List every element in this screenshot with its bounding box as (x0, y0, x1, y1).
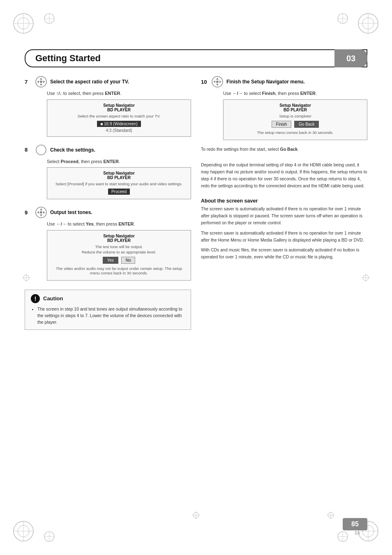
step-10-setup-box: Setup Navigator BD PLAYER Setup is compl… (223, 99, 367, 140)
screen-saver-section: About the screen saver The screen saver … (201, 198, 367, 264)
corner-bl-small (43, 530, 55, 543)
step-7-item-widescreen: ■ 16:9 (Widescreen) (97, 121, 141, 127)
svg-marker-49 (216, 84, 219, 86)
caution-header: ! Caution (31, 294, 185, 303)
corner-bl (12, 520, 35, 543)
step-7-box-text: Select the screen aspect ratio to match … (52, 114, 186, 118)
step-8-box-text: Select [Proceed] if you want to start te… (52, 182, 186, 186)
page-title: Getting Started (25, 53, 334, 64)
corner-tl-small (43, 12, 55, 25)
step-7-box-title: Setup Navigator (52, 103, 186, 108)
step-8-setup-box: Setup Navigator BD PLAYER Select [Procee… (47, 167, 191, 199)
step-9-box-subtitle: BD PLAYER (52, 238, 186, 243)
caution-title: Caution (43, 295, 63, 302)
step-10-header: 10 Finish the Setup Navigator menu. (201, 76, 367, 88)
step-8-title: Check the settings. (50, 147, 95, 153)
left-column: 7 Select the aspect ratio of your TV. Us… (25, 76, 191, 506)
step-7-title: Select the aspect ratio of your TV. (50, 79, 129, 85)
right-column: 10 Finish the Setup Navigator menu. Use … (201, 76, 367, 506)
screen-saver-p3: With CDs and music files, the screen sav… (201, 246, 367, 260)
svg-marker-48 (216, 78, 219, 80)
corner-br-small (337, 530, 349, 543)
svg-point-40 (36, 145, 46, 155)
caution-item-1: The screen in step 10 and test tones are… (37, 306, 185, 326)
step-10-note: The setup menu comes back in 30 seconds. (228, 130, 362, 135)
svg-marker-45 (43, 211, 45, 214)
step-7-dpad-icon (35, 76, 47, 88)
step-9-block: 9 Output test tones. Use ←/→ to select Y… (25, 207, 191, 281)
step-10-finish-btn: Finish (272, 121, 292, 128)
step-8-number: 8 (25, 147, 32, 153)
caution-icon: ! (31, 294, 40, 303)
corner-tr (357, 12, 380, 35)
step-7-setup-box: Setup Navigator BD PLAYER Select the scr… (47, 99, 191, 137)
svg-point-39 (40, 81, 42, 83)
step-9-title: Output test tones. (50, 210, 92, 215)
corner-tl (12, 12, 35, 35)
step-7-box-subtitle: BD PLAYER (52, 108, 186, 112)
screen-saver-title: About the screen saver (201, 198, 367, 204)
step-9-number: 9 (25, 210, 32, 216)
step-9-dpad-icon (35, 207, 47, 218)
step-9-text2: Reduce the volume to an appropriate leve… (52, 250, 186, 254)
step-7-number: 7 (25, 79, 32, 85)
step-8-circle-icon (35, 144, 47, 156)
svg-marker-50 (213, 81, 215, 83)
step-8-header: 8 Check the settings. (25, 144, 191, 156)
corner-tr-small (337, 12, 349, 25)
svg-marker-43 (40, 214, 42, 216)
page-lang: En (355, 531, 360, 535)
step-7-item-standard: 4:3 (Standard) (52, 128, 186, 133)
crosshair-bottom-center (192, 511, 200, 519)
step-10-goback-btn: Go Back (294, 121, 319, 128)
step-7-desc: Use ↑/↓ to select, then press ENTER. (25, 90, 191, 97)
step-9-no-btn: No (121, 257, 136, 264)
svg-marker-51 (219, 81, 221, 83)
step-8-desc: Select Proceed, then press ENTER. (25, 158, 191, 165)
svg-point-52 (216, 81, 219, 83)
redo-text: To redo the settings from the start, sel… (201, 146, 367, 153)
screen-saver-p1: The screen saver is automatically activa… (201, 205, 367, 226)
hdmi-note: Depending on the output terminal setting… (201, 161, 367, 189)
step-8-box-subtitle: BD PLAYER (52, 175, 186, 180)
step-10-title: Finish the Setup Navigator menu. (226, 79, 305, 85)
step-8-block: 8 Check the settings. Select Proceed, th… (25, 144, 191, 200)
step-9-text1: The test tone will be output. (52, 244, 186, 249)
step-10-box-text: Setup is complete! (228, 114, 362, 118)
step-9-header: 9 Output test tones. (25, 207, 191, 218)
crosshair-bottom-right (327, 511, 334, 519)
svg-marker-37 (37, 81, 39, 83)
svg-marker-42 (40, 208, 42, 210)
step-10-dpad-icon (212, 76, 223, 88)
screen-saver-p2: The screen saver is automatically activa… (201, 230, 367, 244)
page-header: Getting Started 03 (25, 49, 367, 67)
step-7-header: 7 Select the aspect ratio of your TV. (25, 76, 191, 88)
step-10-block: 10 Finish the Setup Navigator menu. Use … (201, 76, 367, 140)
step-9-yes-btn: Yes (103, 257, 118, 264)
step-9-box-title: Setup Navigator (52, 234, 186, 238)
content-area: 7 Select the aspect ratio of your TV. Us… (25, 76, 367, 506)
step-9-setup-box: Setup Navigator BD PLAYER The test tone … (47, 230, 191, 281)
step-9-desc: Use ←/→ to select Yes, then press ENTER. (25, 221, 191, 228)
step-7-block: 7 Select the aspect ratio of your TV. Us… (25, 76, 191, 137)
step-9-note: The video and/or audio may not be output… (52, 266, 186, 275)
page-number: 85 (343, 518, 367, 530)
svg-marker-36 (40, 84, 42, 86)
step-10-desc: Use ←/→ to select Finish, then press ENT… (201, 90, 367, 97)
step-10-box-title: Setup Navigator (228, 103, 362, 108)
chapter-badge: 03 (334, 49, 367, 67)
step-10-box-subtitle: BD PLAYER (228, 108, 362, 112)
step-10-number: 10 (201, 79, 208, 85)
caution-box: ! Caution The screen in step 10 and test… (25, 290, 191, 330)
svg-point-46 (40, 211, 42, 214)
svg-marker-44 (37, 211, 39, 214)
caution-text: The screen in step 10 and test tones are… (31, 306, 185, 326)
svg-marker-38 (43, 81, 45, 83)
step-8-proceed-btn: Proceed (108, 189, 130, 195)
svg-marker-35 (40, 78, 42, 80)
step-8-box-title: Setup Navigator (52, 171, 186, 175)
